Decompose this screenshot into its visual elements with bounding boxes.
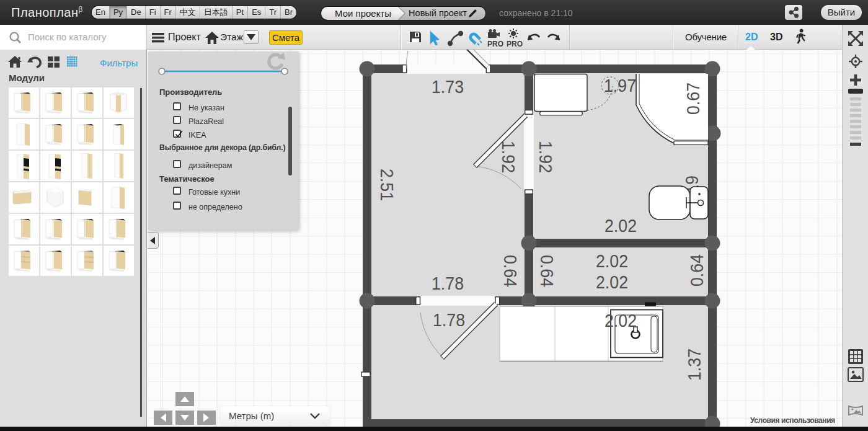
svg-text:1.92: 1.92: [498, 141, 518, 173]
svg-text:2.02: 2.02: [596, 251, 628, 271]
svg-text:1.97: 1.97: [604, 76, 636, 96]
svg-text:2.02: 2.02: [604, 216, 637, 236]
svg-text:1.37: 1.37: [684, 349, 704, 381]
svg-text:1.73: 1.73: [432, 77, 464, 97]
svg-text:2.02: 2.02: [596, 272, 628, 292]
svg-text:PRO: PRO: [487, 40, 503, 48]
svg-text:0.64: 0.64: [500, 255, 520, 287]
svg-text:1.78: 1.78: [432, 273, 464, 293]
svg-text:0.67: 0.67: [683, 82, 703, 115]
svg-text:1.92: 1.92: [536, 141, 556, 173]
svg-text:0.64: 0.64: [687, 254, 707, 287]
svg-text:PRO: PRO: [507, 40, 523, 48]
svg-text:0.64: 0.64: [537, 255, 557, 287]
svg-text:1.78: 1.78: [433, 310, 465, 330]
svg-text:2.02: 2.02: [604, 311, 637, 331]
svg-text:2.51: 2.51: [377, 169, 397, 201]
